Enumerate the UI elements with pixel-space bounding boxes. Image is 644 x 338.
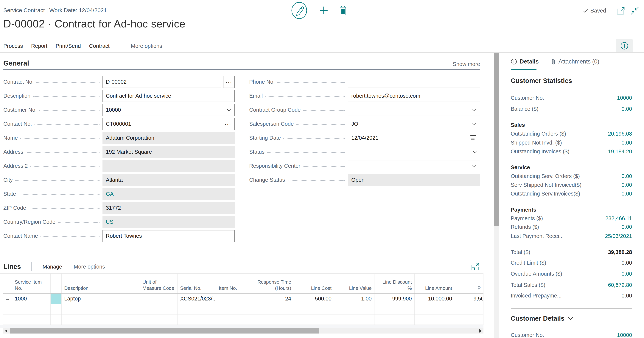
cell-profit-clipped[interactable]: 9,500	[455, 293, 484, 304]
contact-name-input[interactable]: Robert Townes	[102, 230, 235, 242]
stat-value-link[interactable]: 60,672.80	[608, 282, 632, 288]
delete-button[interactable]	[338, 5, 347, 16]
menu-contract[interactable]: Contract	[89, 43, 110, 49]
menu-report[interactable]: Report	[31, 43, 48, 49]
col-description[interactable]: Description	[62, 273, 140, 293]
col-serial-no[interactable]: Serial No.	[178, 273, 216, 293]
col-spacer	[50, 273, 62, 293]
open-in-new-window-icon[interactable]	[616, 7, 625, 15]
stat-value-link[interactable]: 0.00	[622, 173, 632, 179]
horizontal-scrollbar[interactable]	[3, 328, 484, 333]
col-unit-of-measure[interactable]: Unit of Measure Code	[140, 273, 178, 293]
stat-value-link[interactable]: 20,196.08	[608, 131, 632, 137]
chevron-down-icon[interactable]	[472, 109, 477, 111]
scroll-right-icon[interactable]	[479, 329, 482, 332]
col-line-amount[interactable]: Line Amount	[414, 273, 455, 293]
main-vertical-scrollbar[interactable]	[494, 53, 499, 338]
general-section-title[interactable]: General	[3, 59, 29, 67]
description-input[interactable]: Contract for Ad-hoc service	[102, 90, 235, 102]
stat-value-link[interactable]: 25/03/2021	[605, 233, 632, 239]
collapse-view-icon[interactable]	[630, 6, 639, 15]
table-row-empty[interactable]	[3, 314, 484, 325]
customer-no-dropdown[interactable]: 10000	[102, 104, 235, 116]
lines-manage-menu[interactable]: Manage	[42, 264, 62, 270]
assist-edit-button[interactable]: ···	[224, 121, 231, 127]
stat-value-link[interactable]: 10000	[617, 332, 632, 338]
add-button[interactable]	[319, 6, 328, 15]
col-line-cost[interactable]: Line Cost	[294, 273, 334, 293]
cell-line-value[interactable]: 1.00	[334, 293, 374, 304]
stat-value-link[interactable]: 0.00	[622, 271, 632, 277]
tab-details[interactable]: Details	[511, 58, 539, 65]
cell-description[interactable]: Laptop	[62, 293, 140, 304]
stat-value-link[interactable]: 0.00	[622, 106, 632, 112]
cell-line-amount[interactable]: 10,000.00	[414, 293, 455, 304]
stat-value-link[interactable]: 0.00	[622, 191, 632, 197]
stat-row: Last Payment Recei... 25/03/2021	[511, 232, 632, 240]
calendar-icon[interactable]	[470, 134, 477, 142]
salesperson-dropdown[interactable]: JO	[348, 118, 480, 130]
contact-no-input[interactable]: CT000001 ···	[102, 118, 235, 130]
chevron-down-icon[interactable]	[226, 109, 231, 111]
menu-process[interactable]: Process	[3, 43, 23, 49]
dotted-leader	[36, 82, 100, 83]
cell-serial-no[interactable]: XCS021/023/...	[178, 293, 216, 304]
table-row[interactable]: → 1000 Laptop XCS021/023/... 24 500.00 1…	[3, 293, 484, 304]
stat-row: Outstanding Serv.Invoices($) 0.00	[511, 190, 632, 198]
tab-attachments[interactable]: Attachments (0)	[551, 58, 600, 65]
dotted-leader	[30, 166, 100, 167]
cell-item-no[interactable]	[216, 293, 254, 304]
state-link[interactable]: GA	[106, 191, 231, 197]
info-icon	[620, 42, 628, 50]
country-link[interactable]: US	[106, 219, 231, 225]
stat-value-link[interactable]: 232,466.11	[605, 215, 632, 221]
scroll-left-icon[interactable]	[5, 329, 7, 332]
stat-row: Shipped Not Invd. ($) 0.00	[511, 139, 632, 147]
contract-group-dropdown[interactable]	[348, 104, 480, 116]
col-profit-clipped[interactable]: P	[455, 273, 484, 293]
chevron-down-icon[interactable]	[472, 165, 477, 167]
stat-value-link[interactable]: 0.00	[622, 182, 632, 188]
menu-more-options[interactable]: More options	[131, 43, 162, 49]
stat-value-link[interactable]: 0.00	[622, 224, 632, 230]
toggle-factbox-button[interactable]	[616, 39, 633, 52]
cell-response-time[interactable]: 24	[254, 293, 294, 304]
cell-selected-highlight[interactable]	[50, 293, 62, 304]
cell-line-cost[interactable]: 500.00	[294, 293, 334, 304]
menu-print-send[interactable]: Print/Send	[56, 43, 81, 49]
stat-value-link[interactable]: 19,184.20	[608, 148, 632, 155]
phone-no-input[interactable]	[348, 76, 480, 88]
expand-lines-icon[interactable]	[471, 262, 480, 271]
customer-details-heading[interactable]: Customer Details	[511, 314, 564, 322]
lines-more-options[interactable]: More options	[74, 264, 105, 270]
main-scrollbar-thumb[interactable]	[494, 53, 499, 226]
col-item-no[interactable]: Item No.	[216, 273, 254, 293]
email-input[interactable]: robert.townes@contoso.com	[348, 90, 480, 102]
cell-service-item-no[interactable]: 1000	[12, 293, 50, 304]
col-line-value[interactable]: Line Value	[334, 273, 374, 293]
edit-button[interactable]	[291, 2, 307, 19]
col-response-time[interactable]: Response Time (Hours)	[254, 273, 294, 293]
starting-date-input[interactable]: 12/04/2021	[348, 132, 480, 144]
address-2-field	[102, 160, 235, 172]
col-line-discount[interactable]: Line Discount %	[374, 273, 414, 293]
current-row-marker-icon: →	[3, 293, 12, 304]
contract-no-input[interactable]: D-00002	[102, 76, 221, 88]
chevron-down-icon[interactable]	[568, 317, 573, 320]
cell-uom[interactable]	[140, 293, 178, 304]
horizontal-scrollbar-thumb[interactable]	[10, 328, 319, 333]
lines-section-title[interactable]: Lines	[3, 263, 21, 271]
stat-value-link[interactable]: 0.00	[622, 140, 632, 146]
table-row-empty[interactable]	[3, 304, 484, 314]
cell-line-discount[interactable]: -999,900	[374, 293, 414, 304]
col-service-item-no[interactable]: Service Item No.	[12, 273, 50, 293]
responsibility-center-dropdown[interactable]	[348, 160, 480, 172]
show-more-link[interactable]: Show more	[453, 61, 480, 67]
status-dropdown[interactable]	[348, 146, 480, 158]
factbox-divider	[511, 308, 632, 309]
chevron-down-icon[interactable]	[472, 123, 477, 125]
assist-edit-button[interactable]: ···	[223, 76, 235, 88]
field-change-status: Change Status Open	[249, 173, 480, 187]
chevron-down-icon[interactable]	[473, 151, 477, 153]
stat-value-link[interactable]: 10000	[617, 95, 632, 101]
